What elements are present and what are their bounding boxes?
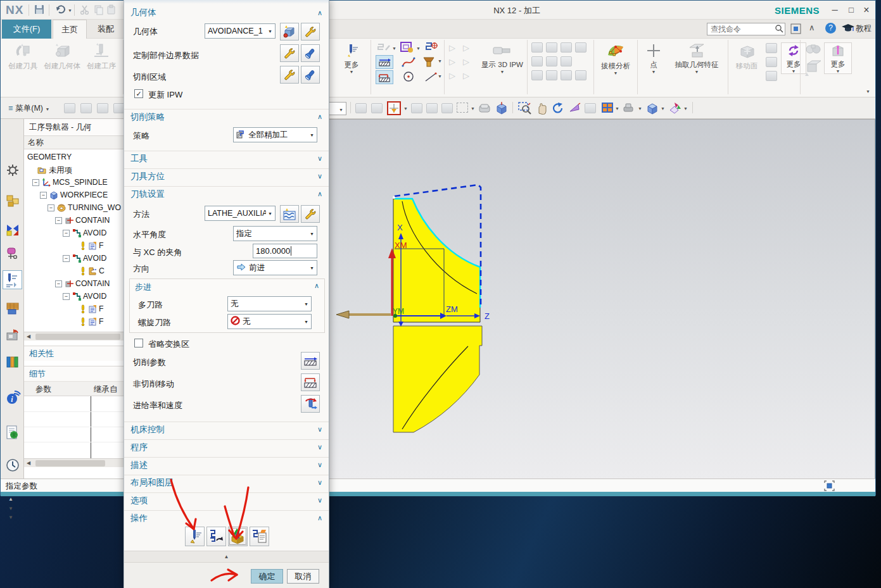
marquee-select-icon[interactable] [457, 103, 468, 113]
point-button[interactable]: 点 ▼ [642, 42, 666, 74]
sync-modeling-more-button[interactable]: 更多 ▼ [781, 42, 806, 74]
navigator-hscrollbar[interactable]: ◀ [24, 332, 124, 341]
constraint-navigator-icon[interactable] [6, 222, 20, 236]
feeds-speeds-button[interactable] [301, 395, 320, 413]
omit-zone-checkbox[interactable] [134, 339, 143, 347]
dependencies-title[interactable]: 相关性 [24, 346, 124, 361]
dropdown-arrow[interactable]: ▼ [683, 106, 688, 111]
collapse-box[interactable]: − [40, 192, 47, 199]
tree-row-containment[interactable]: −CONTAIN [24, 214, 124, 227]
collapse-box[interactable]: − [55, 280, 62, 287]
dropdown-arrow[interactable]: ▼ [416, 46, 421, 51]
strategy-select[interactable]: 全部精加工▼ [233, 127, 317, 142]
details-column-inherited[interactable]: 继承自 [94, 384, 118, 395]
dropdown-arrow[interactable]: ▼ [438, 74, 442, 78]
collapse-box[interactable]: − [63, 230, 70, 237]
tree-row-avoidance[interactable]: −AVOID [24, 290, 124, 303]
pan-hand-icon[interactable] [535, 102, 548, 117]
line-display-icon[interactable] [424, 72, 438, 85]
snap-point-toggle[interactable] [387, 101, 401, 115]
tree-row-avoidance[interactable]: −AVOID [24, 252, 124, 265]
edit-method-button[interactable] [301, 205, 320, 223]
new-method-button[interactable] [280, 205, 299, 223]
machine-tool-navigator-icon[interactable] [6, 328, 20, 342]
dropdown-arrow[interactable]: ▼ [638, 106, 642, 111]
tree-row-avoidance[interactable]: −AVOID [24, 227, 124, 239]
cut-region-display-button[interactable] [301, 66, 320, 84]
part-navigator-icon[interactable] [6, 246, 20, 260]
collapse-box[interactable]: − [63, 255, 70, 262]
fullscreen-icon[interactable] [790, 23, 801, 37]
window-layout-icon[interactable] [601, 102, 614, 116]
shaded-block-icon[interactable] [478, 102, 492, 117]
template-document-icon[interactable] [6, 425, 20, 439]
shaded-cube-icon[interactable] [645, 101, 659, 118]
noncutting-moves-button[interactable] [301, 373, 320, 391]
collapse-box[interactable]: − [48, 204, 54, 211]
fit-view-icon[interactable] [824, 480, 835, 493]
tree-row-unused[interactable]: 未用项 [24, 163, 124, 176]
navigator-name-column[interactable]: 名称 [24, 136, 124, 149]
custom-boundary-display-button[interactable] [301, 44, 320, 62]
history-clock-icon[interactable] [6, 458, 20, 472]
section-options[interactable]: 选项∨ [124, 492, 329, 508]
spline-display-icon[interactable] [401, 55, 416, 72]
ok-button[interactable]: 确定 [251, 569, 283, 584]
selection-scope-dropdown[interactable]: ▼ [327, 102, 346, 115]
maximize-button[interactable]: □ [844, 4, 858, 16]
tree-row-operation[interactable]: C [24, 265, 124, 277]
cutting-params-button[interactable] [301, 352, 320, 370]
scroll-down-icon[interactable]: ▼ [8, 506, 13, 511]
undo-dropdown-arrow[interactable]: ▼ [68, 8, 72, 13]
section-path-settings[interactable]: 刀轨设置∧ [124, 186, 329, 201]
help-icon[interactable]: ? [825, 23, 836, 34]
library-icon[interactable] [6, 354, 20, 368]
dropdown-arrow[interactable]: ▼ [661, 106, 665, 111]
details-title[interactable]: 细节 [24, 366, 124, 381]
gear-icon[interactable] [6, 163, 20, 177]
new-geometry-button[interactable] [280, 23, 299, 41]
blue-box-icon[interactable] [495, 101, 509, 118]
internet-info-icon[interactable]: i [6, 390, 20, 404]
section-tool[interactable]: 工具∨ [124, 151, 329, 166]
edit-object-display-icon[interactable] [668, 101, 682, 118]
multi-pass-select[interactable]: 无▼ [227, 296, 312, 311]
tree-row-operation[interactable]: F [24, 239, 124, 252]
tree-row-geometry[interactable]: GEOMETRY [24, 151, 124, 163]
cut-region-edit-button[interactable] [280, 66, 299, 84]
circle-point-icon[interactable] [402, 70, 416, 87]
section-description[interactable]: 描述∨ [124, 457, 329, 472]
dialog-collapse-strip[interactable]: ▲ [124, 551, 329, 562]
dropdown-arrow[interactable]: ▼ [392, 46, 396, 51]
tree-row-operation[interactable]: F [24, 303, 124, 315]
tool-display-icon[interactable] [421, 54, 436, 72]
more-generate-button[interactable]: 更多 ▼ [335, 42, 368, 74]
draft-analysis-button[interactable]: 拔模分析 ▼ [596, 41, 635, 75]
dialog-top-edge[interactable] [124, 0, 329, 4]
operation-navigator-icon[interactable] [3, 270, 22, 289]
section-geometry[interactable]: 几何体∧ [124, 5, 329, 20]
feature-more-button[interactable]: 更多 ▼ [824, 42, 852, 74]
xc-angle-input[interactable]: 180.0000 [253, 244, 317, 258]
search-icon[interactable] [775, 24, 784, 36]
tree-row-workpiece[interactable]: −WORKPIECE [24, 189, 124, 201]
machining-feature-navigator-icon[interactable] [6, 301, 20, 315]
omit-zone-label[interactable]: 省略变换区 [148, 339, 189, 350]
details-column-parameter[interactable]: 参数 [35, 384, 51, 395]
section-layout-layers[interactable]: 布局和图层∨ [124, 475, 329, 490]
show-3d-ipw-button[interactable]: 显示 3D IPW ▼ [478, 42, 526, 74]
cancel-button[interactable]: 取消 [287, 569, 319, 584]
rotate-view-icon[interactable] [552, 102, 564, 117]
details-hscrollbar[interactable]: ◀ [24, 458, 124, 467]
collapse-box[interactable]: − [63, 293, 70, 300]
show-cutting-params-toggle[interactable] [376, 55, 393, 69]
section-tool-orientation[interactable]: 刀具方位∨ [124, 168, 329, 184]
dropdown-arrow[interactable]: ▼ [471, 106, 475, 111]
stepping-title[interactable]: 步进 [135, 282, 151, 293]
undo-icon[interactable] [55, 4, 67, 15]
menu-button[interactable]: ≡菜单(M) ▼ [3, 101, 54, 116]
list-toolpath-button[interactable] [250, 527, 269, 546]
dropdown-arrow[interactable]: ▼ [615, 106, 619, 111]
method-select[interactable]: LATHE_AUXILIAI▼ [205, 206, 276, 221]
scroll-down-icon[interactable]: ▼ [8, 515, 13, 520]
